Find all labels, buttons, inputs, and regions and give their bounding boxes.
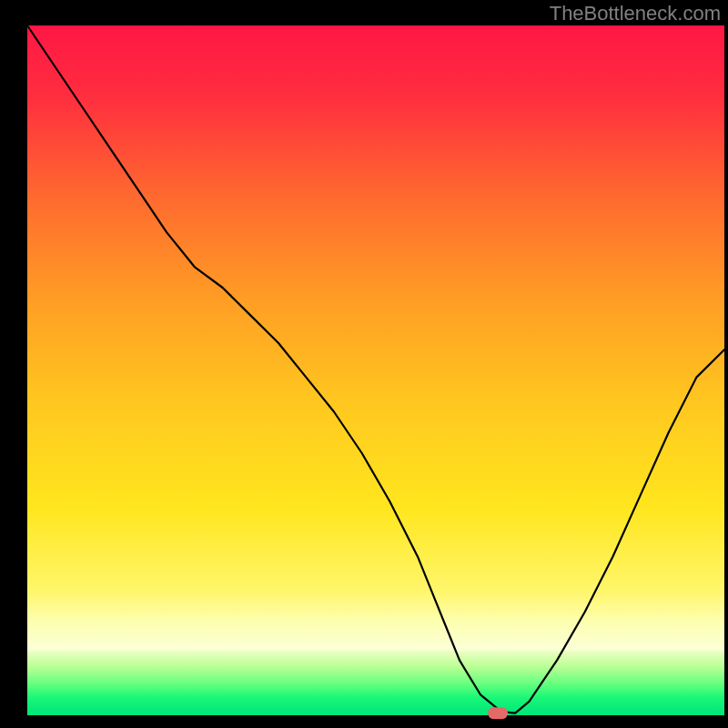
watermark-text: TheBottleneck.com bbox=[550, 2, 721, 25]
chart-container: TheBottleneck.com bbox=[0, 0, 728, 728]
svg-rect-1 bbox=[27, 25, 724, 715]
chart-svg bbox=[0, 0, 728, 728]
min-marker bbox=[488, 707, 508, 719]
